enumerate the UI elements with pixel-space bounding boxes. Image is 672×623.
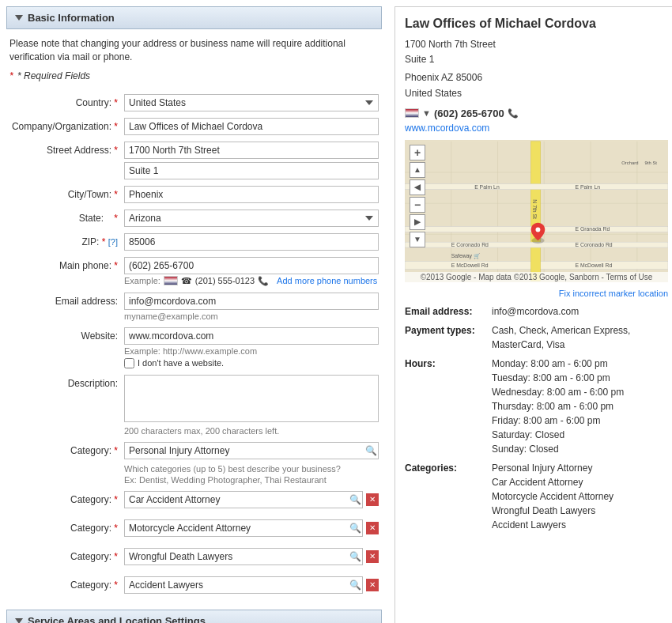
category-4-label: Category: *	[9, 548, 124, 562]
svg-text:N 7th St: N 7th St	[532, 199, 538, 219]
description-row: Description: 200 characters max, 200 cha…	[6, 375, 382, 436]
zip-input[interactable]	[124, 233, 379, 251]
website-label: Website:	[9, 327, 124, 342]
service-section-header[interactable]: Service Areas and Location Settings	[6, 610, 382, 623]
website-input[interactable]	[124, 327, 379, 345]
street-control	[124, 142, 379, 179]
map-up-btn[interactable]: ▲	[410, 162, 425, 178]
biz-address-line2: Suite 1	[405, 52, 668, 67]
map-right-btn[interactable]: ▶	[410, 214, 425, 230]
biz-website-row: www.mcordova.com	[405, 123, 668, 134]
category-5-label: Category: *	[9, 576, 124, 591]
email-row: Email address: myname@example.com	[6, 293, 382, 321]
biz-website-link[interactable]: www.mcordova.com	[405, 123, 489, 134]
category-1-row: 🔍	[124, 442, 379, 459]
category-2-remove-icon[interactable]: ✕	[366, 493, 379, 506]
category-3-remove-icon[interactable]: ✕	[366, 522, 379, 534]
category-4-search-icon[interactable]: 🔍	[349, 551, 361, 562]
zip-control	[124, 233, 379, 251]
svg-text:E McDowell Rd: E McDowell Rd	[575, 262, 612, 268]
info-hours-row: Hours: Monday: 8:00 am - 6:00 pm Tuesday…	[405, 357, 668, 456]
category-2-wrap: 🔍	[124, 491, 363, 508]
country-select[interactable]: United States	[124, 94, 379, 111]
biz-phone-prefix-icon: ▼	[422, 108, 431, 118]
basic-info-section-header[interactable]: Basic Information	[6, 6, 382, 29]
info-categories-key: Categories:	[405, 461, 492, 532]
svg-text:E Palm Ln: E Palm Ln	[474, 183, 500, 189]
phone-example: ☎	[181, 276, 192, 286]
map-container[interactable]: E McDowell Rd E McDowell Rd N 7th St E G…	[405, 140, 668, 282]
category-1-input[interactable]	[124, 442, 379, 459]
map-zoom-in-btn[interactable]: +	[410, 145, 425, 160]
collapse-icon	[15, 15, 23, 21]
map-credit-bar: ©2013 Google - Map data ©2013 Google, Sa…	[405, 272, 668, 282]
category-4-wrap: 🔍	[124, 548, 363, 565]
category-4-input[interactable]	[124, 548, 363, 565]
biz-address-line4: United States	[405, 86, 668, 101]
state-select[interactable]: Arizona	[124, 210, 379, 227]
category-1-wrap: 🔍	[124, 442, 379, 459]
email-input[interactable]	[124, 293, 379, 310]
category-5-input[interactable]	[124, 576, 363, 594]
phone-input[interactable]	[124, 257, 379, 274]
right-panel: Law Offices of Michael Cordova 1700 Nort…	[395, 6, 672, 623]
suite-input[interactable]	[124, 162, 379, 179]
description-hint: 200 characters max, 200 characters left.	[124, 426, 379, 436]
biz-name: Law Offices of Michael Cordova	[405, 17, 668, 31]
required-label: * * Required Fields	[6, 70, 382, 81]
example-label: Example:	[124, 276, 160, 285]
category-2-input[interactable]	[124, 491, 363, 508]
category-hint2: Ex: Dentist, Wedding Photographer, Thai …	[124, 475, 379, 485]
category-3-input[interactable]	[124, 519, 363, 537]
phone-example-number: (201) 555-0123	[195, 276, 255, 285]
company-control	[124, 118, 379, 135]
phone-label: Main phone: *	[9, 257, 124, 271]
svg-point-27	[536, 227, 541, 232]
phone-example-row: Example: ☎ (201) 555-0123 📞 Add more pho…	[124, 276, 379, 286]
map-down-btn[interactable]: ▼	[410, 232, 425, 247]
description-textarea[interactable]	[124, 375, 379, 422]
left-panel: Basic Information Please note that chang…	[6, 6, 382, 623]
us-flag-icon	[164, 276, 178, 285]
country-label: Country: *	[9, 94, 124, 108]
service-collapse-icon	[15, 618, 23, 623]
info-payment-val: Cash, Check, American Express, MasterCar…	[492, 323, 668, 352]
category-5-wrap: 🔍	[124, 576, 363, 594]
category-4-remove-icon[interactable]: ✕	[366, 550, 379, 563]
svg-text:Safeway 🛒: Safeway 🛒	[451, 252, 481, 259]
notice-text: Please note that changing your address o…	[6, 37, 382, 64]
map-svg: E McDowell Rd E McDowell Rd N 7th St E G…	[405, 140, 668, 282]
basic-info-title: Basic Information	[28, 12, 115, 24]
info-email-key: Email address:	[405, 304, 492, 319]
zip-help-icon[interactable]: [?]	[108, 237, 118, 247]
map-left-btn[interactable]: ◀	[410, 179, 425, 195]
category-5-search-icon[interactable]: 🔍	[349, 580, 361, 591]
category-3-label: Category: *	[9, 519, 124, 534]
fix-marker-link[interactable]: Fix incorrect marker location	[559, 289, 668, 298]
category-2-control: 🔍 ✕	[124, 491, 379, 513]
category-2-search-icon[interactable]: 🔍	[349, 494, 361, 505]
map-zoom-out-btn[interactable]: −	[410, 197, 425, 213]
info-payment-row: Payment types: Cash, Check, American Exp…	[405, 323, 668, 352]
phone-control: Example: ☎ (201) 555-0123 📞 Add more pho…	[124, 257, 379, 286]
svg-text:Orchard: Orchard	[621, 160, 638, 165]
category-5-inner-row: 🔍 ✕	[124, 576, 379, 594]
city-input[interactable]	[124, 186, 379, 203]
category-primary-label: Category: *	[9, 442, 124, 456]
add-phone-link[interactable]: Add more phone numbers	[277, 276, 377, 285]
biz-phone-row: ▼ (602) 265-6700 📞	[405, 108, 668, 119]
category-4-control: 🔍 ✕	[124, 548, 379, 570]
street-label: Street Address: *	[9, 142, 124, 156]
no-website-checkbox[interactable]	[124, 358, 134, 368]
company-input[interactable]	[124, 118, 379, 135]
website-example: Example: http://www.example.com	[124, 346, 379, 356]
svg-text:E Coronado Rd: E Coronado Rd	[575, 242, 612, 247]
state-label: State: *	[9, 210, 124, 224]
category-1-search-icon[interactable]: 🔍	[365, 445, 376, 456]
svg-text:9th St: 9th St	[645, 160, 658, 165]
category-3-search-icon[interactable]: 🔍	[349, 523, 361, 534]
website-control: Example: http://www.example.com I don't …	[124, 327, 379, 368]
category-5-remove-icon[interactable]: ✕	[366, 579, 379, 591]
email-control: myname@example.com	[124, 293, 379, 321]
street-input[interactable]	[124, 142, 379, 159]
